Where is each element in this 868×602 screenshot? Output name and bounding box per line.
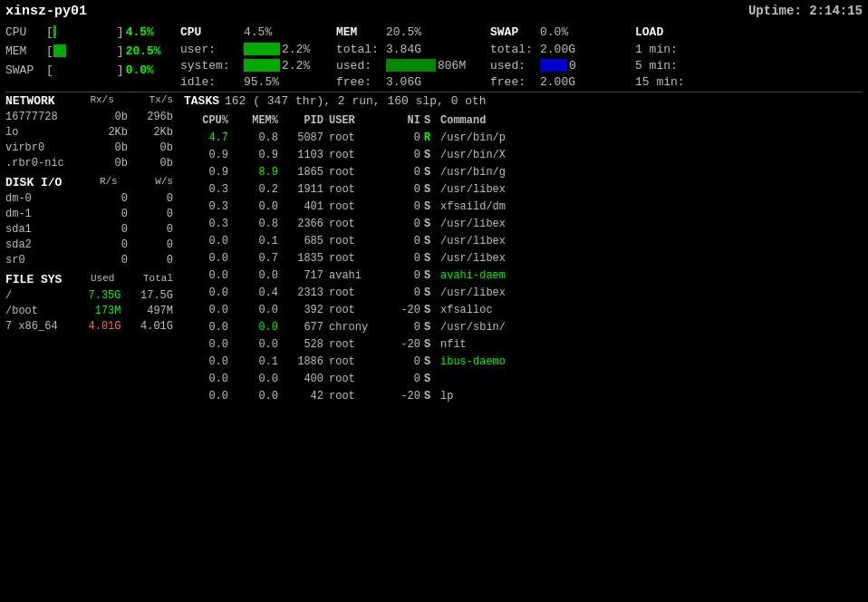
table-row[interactable]: 0.9 8.9 1865 root 0 S /usr/bin/g	[184, 163, 863, 180]
mem-used-label: used:	[336, 59, 386, 73]
cell-s: S	[424, 166, 440, 179]
swap-header-val: 0.0%	[540, 25, 568, 39]
fs-total-label: Total	[143, 273, 173, 286]
cell-user: root	[329, 183, 392, 196]
table-row[interactable]: 0.0 0.1 1886 root 0 S ibus-daemo	[184, 353, 863, 370]
disk-dev2-name: sda1	[5, 223, 82, 236]
swap-value: 0.0%	[126, 63, 154, 77]
cell-user: root	[329, 235, 392, 248]
mem-stats: MEM 20.5% total: 3.84G used: 806M free: …	[336, 23, 490, 90]
cell-ni: 0	[392, 149, 424, 161]
net-if3-rx: 0b	[96, 157, 128, 170]
mem-stats-header: MEM 20.5%	[336, 23, 490, 41]
swap-used-bar	[540, 59, 567, 72]
cpu-user-row: user: 2.2%	[180, 41, 336, 57]
main-content: NETWORK Rx/s Tx/s 16777728 0b 296b lo 2K…	[5, 94, 863, 404]
network-rx-label: Rx/s	[90, 94, 113, 108]
cpu-bar-fill	[53, 25, 56, 38]
mem-label: MEM	[5, 44, 46, 58]
cell-cpu: 0.0	[184, 373, 234, 385]
cpu-idle-label: idle:	[180, 75, 244, 89]
cell-cmd: /usr/libex	[440, 252, 863, 265]
table-row[interactable]: 0.0 0.1 685 root 0 S /usr/libex	[184, 232, 863, 249]
cell-user: root	[329, 149, 392, 161]
disk-section: DISK I/O R/s W/s dm-0 0 0 dm-1 0 0 sda1 …	[5, 176, 173, 267]
table-row[interactable]: 0.0 0.0 42 root -20 S lp	[184, 387, 863, 404]
cell-ni: 0	[392, 355, 424, 368]
cell-mem: 0.0	[234, 304, 284, 316]
disk-dev-2: sda1 0 0	[5, 221, 173, 237]
cell-cmd: ibus-daemo	[440, 355, 863, 368]
tasks-header: TASKS 162 ( 347 thr), 2 run, 160 slp, 0 …	[184, 94, 863, 108]
mem-meter-row: MEM [ ] 20.5%	[5, 42, 173, 60]
cell-user: root	[329, 286, 392, 299]
cell-pid: 1911	[284, 183, 329, 196]
net-if0-name: 16777728	[5, 111, 82, 123]
table-row[interactable]: 0.0 0.0 717 avahi 0 S avahi-daem	[184, 267, 863, 284]
mem-bar-bg	[53, 44, 117, 57]
cell-user: root	[329, 166, 392, 179]
net-if1-rx: 2Kb	[96, 126, 128, 139]
network-section: NETWORK Rx/s Tx/s 16777728 0b 296b lo 2K…	[5, 94, 173, 170]
cell-pid: 677	[284, 321, 329, 334]
col-header-cpu: CPU%	[184, 114, 234, 127]
net-if1-name: lo	[5, 126, 82, 139]
disk-ws-label: W/s	[155, 176, 173, 189]
disk-dev0-ws: 0	[141, 192, 173, 205]
cell-s: S	[424, 149, 440, 161]
cell-s: S	[424, 355, 440, 368]
cell-mem: 0.1	[234, 235, 284, 248]
cell-s: S	[424, 200, 440, 213]
uptime: Uptime: 2:14:15	[748, 4, 863, 19]
net-if2-name: virbr0	[5, 141, 82, 154]
disk-dev1-rs: 0	[96, 208, 128, 220]
cell-pid: 2366	[284, 218, 329, 230]
fs-e2-used: 4.01G	[81, 320, 121, 333]
cell-cmd: nfit	[440, 338, 863, 351]
col-header-user: USER	[329, 114, 392, 127]
cell-mem: 0.0	[234, 373, 284, 385]
process-section: TASKS 162 ( 347 thr), 2 run, 160 slp, 0 …	[173, 94, 863, 404]
disk-dev-3: sda2 0 0	[5, 237, 173, 252]
load-5min-label: 5 min:	[635, 59, 678, 73]
table-row[interactable]: 0.3 0.2 1911 root 0 S /usr/libex	[184, 180, 863, 198]
table-row[interactable]: 0.0 0.0 392 root -20 S xfsalloc	[184, 301, 863, 318]
net-if1-tx: 2Kb	[141, 126, 173, 139]
table-row[interactable]: 0.0 0.4 2313 root 0 S /usr/libex	[184, 284, 863, 301]
cell-s: S	[424, 183, 440, 196]
cpu-user-label: user:	[180, 43, 244, 56]
fs-used-label: Used	[91, 273, 114, 286]
mem-value: 20.5%	[126, 44, 161, 58]
net-if2-tx: 0b	[141, 141, 173, 154]
mem-used-row: used: 806M	[336, 57, 490, 73]
cell-ni: 0	[392, 218, 424, 230]
cell-cmd: /usr/libex	[440, 183, 863, 196]
cell-pid: 1835	[284, 252, 329, 265]
cell-cmd: /usr/libex	[440, 218, 863, 230]
disk-dev1-name: dm-1	[5, 208, 82, 220]
table-row[interactable]: 0.0 0.7 1835 root 0 S /usr/libex	[184, 249, 863, 267]
table-row[interactable]: 0.0 0.0 677 chrony 0 S /usr/sbin/	[184, 318, 863, 335]
screen: xinsz-py01 Uptime: 2:14:15 CPU [ ] 4.5% …	[0, 0, 868, 602]
cpu-idle-val: 95.5%	[244, 75, 279, 89]
process-table-body: 4.7 0.8 5087 root 0 R /usr/bin/p 0.9 0.9…	[184, 129, 863, 404]
table-row[interactable]: 0.0 0.0 400 root 0 S	[184, 370, 863, 387]
disk-dev-0: dm-0 0 0	[5, 190, 173, 206]
swap-used-val: 0	[569, 59, 576, 73]
left-meters: CPU [ ] 4.5% MEM [ ] 20.5% SWAP [	[5, 23, 173, 90]
cell-ni: 0	[392, 373, 424, 385]
table-row[interactable]: 0.3 0.8 2366 root 0 S /usr/libex	[184, 215, 863, 232]
disk-dev0-rs: 0	[96, 192, 128, 205]
table-row[interactable]: 0.0 0.0 528 root -20 S nfit	[184, 335, 863, 353]
table-row[interactable]: 0.3 0.0 401 root 0 S xfsaild/dm	[184, 198, 863, 215]
network-if-3: .rbr0-nic 0b 0b	[5, 155, 173, 170]
table-row[interactable]: 0.9 0.9 1103 root 0 S /usr/bin/X	[184, 146, 863, 163]
network-if-0: 16777728 0b 296b	[5, 109, 173, 124]
cell-pid: 5087	[284, 131, 329, 144]
cell-s: S	[424, 321, 440, 334]
swap-free-label: free:	[490, 75, 540, 89]
cell-s: S	[424, 373, 440, 385]
table-row[interactable]: 4.7 0.8 5087 root 0 R /usr/bin/p	[184, 129, 863, 146]
swap-total-val: 2.00G	[540, 43, 575, 56]
cpu-meter-row: CPU [ ] 4.5%	[5, 23, 173, 41]
